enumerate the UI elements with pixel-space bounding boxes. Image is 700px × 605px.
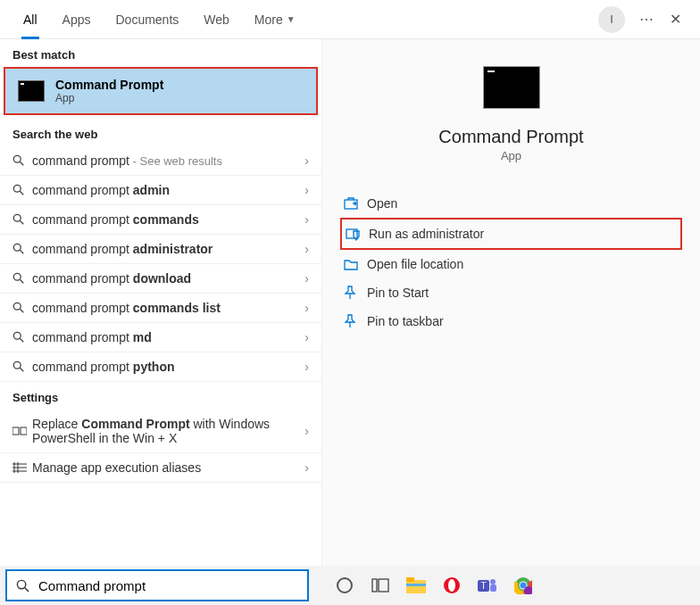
web-result-text: command prompt commands	[32, 212, 304, 227]
svg-line-11	[20, 309, 23, 312]
open-icon	[344, 197, 367, 210]
chrome-icon[interactable]	[505, 568, 541, 603]
tab-apps[interactable]: Apps	[50, 0, 104, 39]
action-folder[interactable]: Open file location	[340, 250, 682, 278]
top-tabs: All Apps Documents Web More▼ I ⋯ ✕	[0, 0, 700, 39]
chevron-right-icon: ›	[304, 153, 309, 168]
preview-panel: Command Prompt App OpenRun as administra…	[321, 39, 700, 605]
web-result[interactable]: command prompt commands list›	[0, 294, 321, 323]
best-match-result[interactable]: Command Prompt App	[4, 67, 318, 115]
svg-rect-32	[406, 584, 426, 586]
svg-point-27	[338, 578, 352, 593]
tab-documents[interactable]: Documents	[103, 0, 191, 39]
svg-rect-31	[406, 577, 414, 582]
web-result[interactable]: command prompt commands›	[0, 205, 321, 235]
taskview-icon[interactable]	[362, 568, 398, 603]
web-result-text: command prompt admin	[32, 183, 304, 197]
chevron-right-icon: ›	[304, 301, 309, 315]
settings-item[interactable]: Replace Command Prompt with Windows Powe…	[0, 410, 321, 453]
settings-item[interactable]: Manage app execution aliases›	[0, 453, 321, 483]
action-pin-task[interactable]: Pin to taskbar	[340, 307, 682, 336]
svg-point-6	[13, 244, 21, 251]
file-explorer-icon[interactable]	[398, 568, 434, 603]
action-label: Pin to Start	[367, 286, 429, 300]
web-result[interactable]: command prompt - See web results›	[0, 146, 321, 176]
web-result[interactable]: command prompt python›	[0, 352, 321, 382]
svg-rect-16	[12, 427, 19, 435]
search-icon	[12, 154, 32, 167]
results-panel: Best match Command Prompt App Search the…	[0, 39, 321, 605]
tab-web[interactable]: Web	[191, 0, 242, 39]
web-result-text: command prompt administrator	[32, 242, 304, 256]
settings-item-text: Replace Command Prompt with Windows Powe…	[32, 417, 304, 445]
admin-icon	[346, 227, 369, 241]
tab-all[interactable]: All	[11, 0, 50, 39]
settings-item-icon	[12, 462, 32, 473]
cortana-icon[interactable]	[327, 568, 362, 603]
folder-icon	[344, 258, 367, 270]
svg-point-37	[490, 579, 496, 584]
preview-title: Command Prompt	[438, 127, 583, 147]
svg-point-14	[13, 361, 21, 369]
chevron-right-icon: ›	[304, 460, 309, 475]
start-search-window: All Apps Documents Web More▼ I ⋯ ✕ Best …	[0, 0, 700, 605]
best-match-subtitle: App	[55, 92, 163, 104]
search-icon	[12, 331, 32, 344]
user-avatar[interactable]: I	[598, 6, 625, 33]
action-label: Open	[367, 196, 397, 211]
action-admin[interactable]: Run as administrator	[340, 218, 682, 250]
tab-more[interactable]: More▼	[242, 0, 308, 39]
svg-line-5	[20, 220, 23, 224]
preview-actions: OpenRun as administratorOpen file locati…	[322, 189, 700, 336]
search-input[interactable]	[38, 578, 298, 593]
action-open[interactable]: Open	[340, 189, 682, 218]
svg-point-2	[13, 185, 21, 192]
svg-point-12	[13, 332, 21, 339]
close-button[interactable]: ✕	[661, 11, 689, 28]
action-label: Run as administrator	[369, 227, 484, 241]
section-settings: Settings	[0, 382, 321, 410]
search-box[interactable]	[5, 569, 309, 601]
settings-item-icon	[12, 426, 32, 436]
svg-rect-30	[406, 580, 426, 593]
chevron-down-icon: ▼	[287, 14, 296, 24]
teams-icon[interactable]: T	[470, 568, 505, 603]
web-result-text: command prompt download	[32, 271, 304, 286]
web-result[interactable]: command prompt administrator›	[0, 235, 321, 264]
search-icon	[12, 302, 32, 314]
taskbar: T	[0, 566, 700, 605]
web-result[interactable]: command prompt md›	[0, 323, 321, 352]
command-prompt-icon	[483, 66, 540, 109]
svg-line-13	[20, 338, 23, 342]
svg-rect-29	[379, 579, 388, 592]
opera-icon[interactable]	[434, 568, 470, 603]
chevron-right-icon: ›	[304, 330, 309, 344]
more-options-button[interactable]: ⋯	[632, 11, 661, 28]
settings-item-text: Manage app execution aliases	[32, 460, 304, 475]
svg-line-9	[20, 279, 23, 283]
action-pin-start[interactable]: Pin to Start	[340, 278, 682, 307]
svg-point-10	[13, 302, 21, 310]
action-label: Pin to taskbar	[367, 314, 444, 328]
search-icon	[12, 184, 32, 196]
svg-line-1	[20, 162, 23, 165]
svg-line-26	[25, 587, 29, 591]
web-result[interactable]: command prompt download›	[0, 264, 321, 294]
svg-rect-17	[21, 427, 27, 435]
svg-point-34	[448, 579, 455, 592]
chevron-right-icon: ›	[304, 360, 309, 374]
web-result-text: command prompt - See web results	[32, 153, 304, 168]
svg-point-43	[521, 583, 527, 589]
svg-line-7	[20, 250, 23, 253]
svg-point-4	[13, 214, 21, 221]
web-result-text: command prompt commands list	[32, 301, 304, 315]
chevron-right-icon: ›	[304, 242, 309, 256]
web-result-text: command prompt md	[32, 330, 304, 344]
search-icon	[12, 361, 32, 373]
section-best-match: Best match	[0, 39, 321, 67]
command-prompt-icon	[18, 80, 45, 102]
svg-text:T: T	[480, 581, 486, 591]
svg-line-15	[20, 368, 23, 371]
web-result[interactable]: command prompt admin›	[0, 176, 321, 205]
preview-subtitle: App	[501, 149, 521, 162]
